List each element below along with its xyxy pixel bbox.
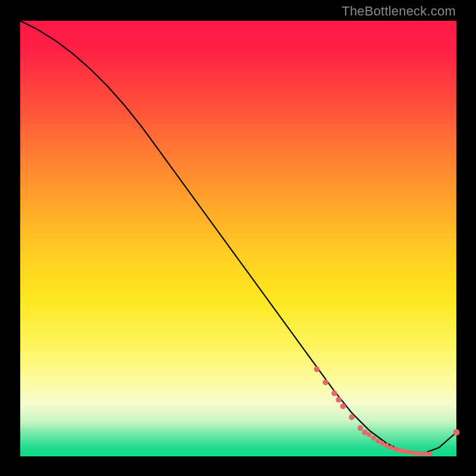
highlight-point [331, 390, 337, 396]
highlight-point [419, 451, 424, 456]
highlight-point [371, 436, 376, 440]
highlight-point [406, 450, 411, 455]
highlight-point [367, 432, 371, 437]
curve-layer [20, 21, 456, 456]
highlight-point [389, 445, 393, 450]
highlight-point [380, 441, 384, 446]
highlight-point [415, 451, 419, 456]
highlight-point [349, 414, 355, 420]
highlight-point [428, 451, 433, 456]
highlight-point [358, 425, 364, 431]
highlight-point [340, 403, 346, 409]
highlight-point [384, 443, 389, 448]
highlight-point [393, 446, 397, 451]
highlight-point [397, 448, 402, 453]
plot-area [20, 21, 456, 456]
highlight-point [375, 439, 380, 443]
bottleneck-curve [20, 21, 456, 454]
highlight-point [322, 380, 328, 386]
watermark-text: TheBottleneck.com [342, 4, 456, 19]
highlight-point [314, 367, 320, 372]
highlight-point [411, 450, 415, 455]
highlight-point [424, 451, 428, 456]
curve-end-dot [453, 429, 460, 436]
chart-stage: TheBottleneck.com [0, 0, 476, 476]
highlight-point [402, 449, 406, 453]
highlight-point [336, 397, 342, 403]
